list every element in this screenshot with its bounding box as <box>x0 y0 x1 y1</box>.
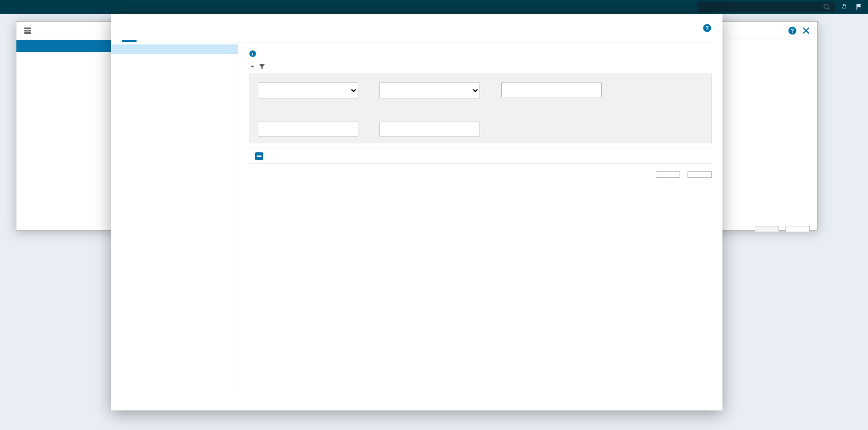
cancel-button[interactable] <box>785 226 810 232</box>
device-tabs <box>122 30 712 42</box>
tab-selected-devices[interactable] <box>137 30 151 42</box>
svg-point-0 <box>26 30 29 32</box>
next-button[interactable] <box>755 226 779 232</box>
refresh-badge[interactable] <box>840 3 850 11</box>
filter-ip-input[interactable] <box>258 122 358 136</box>
inner-cancel-button[interactable] <box>688 171 712 178</box>
help-icon[interactable]: ? <box>702 23 712 33</box>
wizard-step-counter <box>16 146 111 158</box>
filter-health-select[interactable] <box>258 83 358 98</box>
finish-button[interactable] <box>656 171 680 178</box>
table-header <box>249 149 712 164</box>
info-icon: i <box>249 50 257 58</box>
filter-panel <box>249 74 712 143</box>
tree-item-chassis[interactable] <box>111 44 238 54</box>
filter-name-input[interactable] <box>501 83 602 97</box>
wizard-step-idrac-ip[interactable] <box>16 63 111 75</box>
filter-icon <box>258 63 266 70</box>
chevron-down-icon[interactable] <box>249 63 256 70</box>
help-icon[interactable]: ? <box>788 26 797 35</box>
wizard-steps <box>16 40 112 228</box>
wizard-step-target-attr[interactable] <box>16 75 111 87</box>
select-devices-modal: ? i <box>111 14 722 410</box>
svg-text:?: ? <box>706 25 709 31</box>
filter-servicetag-input[interactable] <box>379 122 480 136</box>
deploy-icon <box>23 26 32 35</box>
flag-icon <box>855 3 863 11</box>
svg-text:i: i <box>252 51 253 57</box>
wizard-step-target[interactable] <box>16 40 111 52</box>
refresh-icon <box>840 3 848 11</box>
select-all-checkbox[interactable] <box>255 152 263 160</box>
close-icon[interactable] <box>801 26 811 35</box>
global-search-input[interactable] <box>698 2 835 12</box>
device-tree <box>111 42 238 391</box>
tree-item-server[interactable] <box>111 54 238 63</box>
devices-table <box>249 149 712 164</box>
tab-all-devices[interactable] <box>122 30 137 42</box>
search-icon <box>823 3 830 11</box>
flag-badge[interactable] <box>855 3 865 11</box>
app-topbar <box>0 0 868 14</box>
filter-model-select[interactable] <box>379 83 480 98</box>
wizard-step-schedule[interactable] <box>16 87 111 98</box>
svg-text:?: ? <box>791 28 794 34</box>
wizard-step-bootiso[interactable] <box>16 52 111 63</box>
